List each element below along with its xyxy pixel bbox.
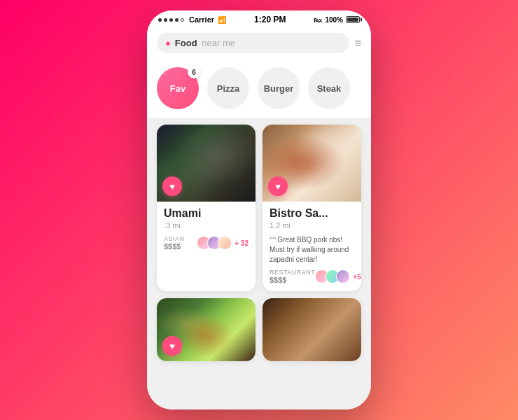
salad-heart-button[interactable]: ♥	[162, 336, 182, 356]
category-pizza-circle: Pizza	[207, 67, 249, 109]
cards-grid: ♥ Umami .3 mi ASIAN $$$$	[157, 125, 361, 361]
content-area: ♥ Umami .3 mi ASIAN $$$$	[147, 118, 371, 410]
bistro-distance: 1.2 mi	[270, 221, 354, 230]
category-steak[interactable]: Steak	[308, 67, 350, 109]
bistro-quote-text: Great BBQ pork ribs! Must try if walking…	[270, 236, 349, 263]
card-salad-image: ♥	[157, 298, 255, 361]
card-umami[interactable]: ♥ Umami .3 mi ASIAN $$$$	[157, 125, 255, 291]
umami-footer: ASIAN $$$$ + 32	[164, 235, 248, 251]
bistro-title: Bistro Sa...	[270, 207, 354, 220]
category-fav[interactable]: Fav 6	[157, 67, 199, 109]
category-pizza[interactable]: Pizza	[207, 67, 249, 109]
time-display: 1:20 PM	[254, 15, 286, 24]
search-bold: Food	[175, 38, 197, 48]
status-bar: Carrier 📶 1:20 PM ℻ 100%	[147, 10, 371, 27]
search-light: near me	[202, 38, 235, 48]
bistro-footer: RESTAURANT $$$$ +5	[270, 269, 354, 284]
quote-mark: ““	[270, 234, 276, 246]
carrier-label: Carrier	[189, 15, 214, 24]
category-burger[interactable]: Burger	[258, 67, 300, 109]
battery-pct: 100%	[325, 16, 343, 24]
signal-dot-5	[181, 18, 184, 22]
card-bistro[interactable]: ♥ Bistro Sa... 1.2 mi ““Great BBQ pork r…	[262, 125, 361, 291]
bistro-social: +5	[315, 270, 360, 284]
umami-price: $$$$	[164, 242, 185, 251]
card-bistro-body: Bistro Sa... 1.2 mi ““Great BBQ pork rib…	[262, 202, 361, 291]
search-bar[interactable]: ● Food near me	[157, 33, 349, 53]
bistro-price: $$$$	[270, 276, 315, 284]
category-burger-circle: Burger	[258, 67, 300, 109]
bistro-heart-button[interactable]: ♥	[268, 176, 288, 196]
category-fav-badge: 6	[188, 66, 200, 78]
card-umami-body: Umami .3 mi ASIAN $$$$	[157, 202, 255, 258]
bistro-tag: RESTAURANT	[270, 269, 315, 276]
card-bistro-image: ♥	[262, 125, 361, 202]
avatar-3	[218, 236, 232, 250]
location-icon: ●	[165, 38, 171, 48]
umami-tag: ASIAN	[164, 235, 185, 242]
umami-likes: + 32	[234, 239, 248, 247]
bistro-avatar-3	[336, 270, 350, 284]
battery-icon	[346, 16, 360, 23]
wifi-icon: 📶	[218, 16, 226, 24]
bistro-avatars	[315, 270, 350, 284]
umami-title: Umami	[164, 207, 248, 220]
status-right: ℻ 100%	[314, 16, 360, 24]
signal-dot-2	[164, 18, 167, 22]
bistro-quote: ““Great BBQ pork ribs! Must try if walki…	[270, 235, 354, 265]
search-text: Food near me	[175, 38, 235, 48]
card-fourth-image	[262, 298, 361, 361]
umami-tag-price: ASIAN $$$$	[164, 235, 185, 251]
card-umami-image: ♥	[157, 125, 255, 202]
umami-social: + 32	[197, 236, 248, 250]
signal-dot-3	[169, 18, 173, 22]
signal-dot-1	[158, 18, 162, 22]
umami-distance: .3 mi	[164, 221, 248, 230]
card-fourth[interactable]	[262, 298, 361, 361]
phone-frame: Carrier 📶 1:20 PM ℻ 100% ● Food near me …	[147, 10, 371, 410]
bistro-likes: +5	[353, 273, 360, 281]
filter-icon[interactable]: ≡	[355, 37, 361, 50]
categories-row: Fav 6 Pizza Burger Steak	[147, 60, 371, 118]
umami-heart-button[interactable]: ♥	[162, 176, 182, 196]
battery-fill	[347, 18, 358, 22]
umami-avatars	[197, 236, 232, 250]
status-left: Carrier 📶	[158, 15, 226, 24]
bluetooth-icon: ℻	[314, 16, 322, 24]
search-bar-container: ● Food near me ≡	[147, 27, 371, 60]
category-steak-circle: Steak	[308, 67, 350, 109]
bistro-tag-price: RESTAURANT $$$$	[270, 269, 315, 284]
signal-dot-4	[175, 18, 178, 22]
card-salad[interactable]: ♥	[157, 298, 255, 361]
